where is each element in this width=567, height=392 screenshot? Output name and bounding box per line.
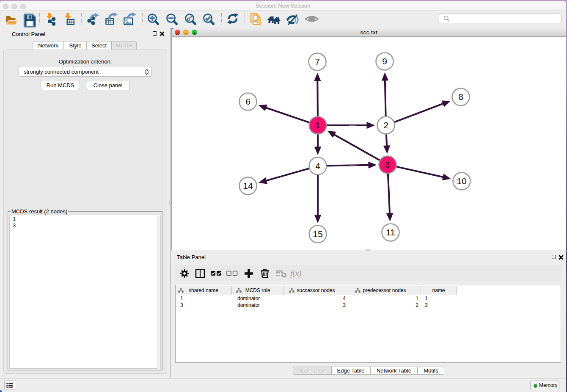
svg-text:6: 6 — [245, 97, 250, 106]
svg-text:f(x): f(x) — [290, 269, 301, 278]
svg-text:2: 2 — [383, 120, 388, 130]
svg-text:9: 9 — [382, 56, 387, 66]
svg-text:14: 14 — [243, 181, 253, 190]
svg-text:1: 1 — [315, 120, 320, 130]
svg-text:15: 15 — [313, 229, 322, 239]
svg-text:4: 4 — [315, 161, 320, 171]
svg-text:8: 8 — [458, 92, 463, 102]
svg-text:11: 11 — [386, 227, 395, 237]
svg-text:10: 10 — [457, 176, 466, 186]
svg-text:7: 7 — [315, 57, 320, 66]
svg-text:3: 3 — [385, 160, 390, 169]
